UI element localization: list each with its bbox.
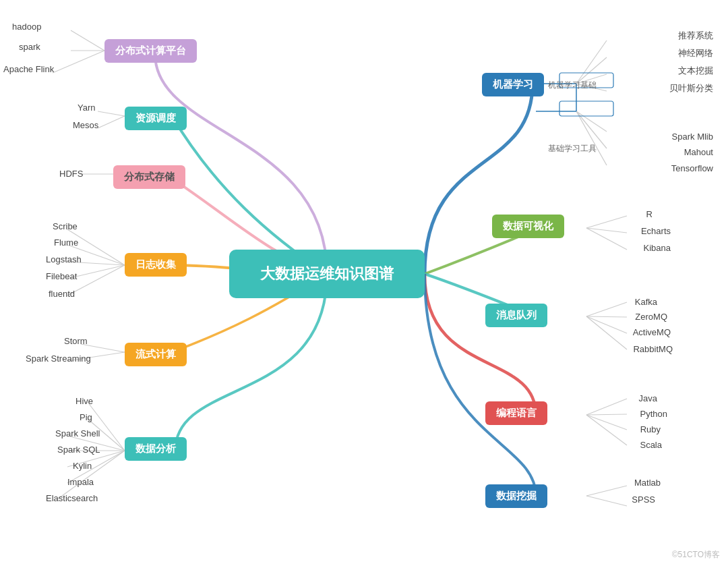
- branch-prog-lang: 编程语言: [485, 401, 547, 425]
- svg-line-39: [586, 415, 627, 430]
- leaf-hive: Hive: [75, 396, 93, 406]
- svg-line-37: [586, 399, 627, 415]
- leaf-r: R: [646, 209, 653, 219]
- branch-log: 日志收集: [125, 253, 187, 277]
- leaf-java: Java: [639, 393, 657, 403]
- leaf-flume: Flume: [54, 237, 78, 248]
- ml-sub-label2: 基础学习工具: [548, 143, 597, 154]
- branch-resource: 资源调度: [125, 107, 187, 130]
- leaf-apache-flink: Apache Flink: [3, 64, 54, 74]
- leaf-rabbitmq: RabbitMQ: [633, 344, 673, 354]
- svg-line-40: [586, 415, 627, 445]
- svg-line-3: [98, 111, 125, 116]
- leaf-python: Python: [640, 409, 667, 419]
- leaf-zeromq: ZeroMQ: [635, 312, 667, 322]
- svg-line-41: [586, 486, 627, 496]
- leaf-echarts: Echarts: [641, 226, 671, 236]
- svg-line-4: [98, 116, 125, 128]
- svg-line-19: [57, 451, 125, 499]
- leaf-bayes: 贝叶斯分类: [669, 82, 713, 94]
- leaf-spss: SPSS: [632, 494, 655, 505]
- branch-machine-learning: 机器学习: [482, 73, 544, 96]
- leaf-hdfs: HDFS: [59, 169, 83, 179]
- leaf-kibana: Kibana: [644, 243, 671, 253]
- svg-line-20: [576, 40, 607, 84]
- leaf-hadoop: hadoop: [12, 22, 41, 32]
- svg-line-31: [586, 228, 627, 233]
- branch-distributed-compute: 分布式计算平台: [104, 39, 197, 63]
- center-label: 大数据运维知识图谱: [260, 264, 394, 284]
- branch-data-analysis: 数据分析: [125, 437, 187, 461]
- leaf-text-mining: 文本挖掘: [678, 65, 713, 77]
- leaf-spark-shell: Spark Shell: [55, 428, 100, 438]
- svg-line-33: [586, 302, 627, 316]
- leaf-pig: Pig: [80, 412, 92, 422]
- leaf-matlab: Matlab: [634, 478, 661, 488]
- branch-stream: 流式计算: [125, 343, 187, 366]
- leaf-spark: spark: [19, 42, 40, 52]
- center-node: 大数据运维知识图谱: [229, 250, 425, 298]
- leaf-yarn: Yarn: [78, 103, 96, 113]
- ml-sub-label1: 机器学习基础: [548, 80, 597, 91]
- svg-line-36: [586, 316, 627, 349]
- leaf-recommend: 推荐系统: [678, 30, 713, 42]
- leaf-spark-mlib: Spark Mlib: [672, 132, 713, 142]
- leaf-ruby: Ruby: [640, 424, 661, 434]
- svg-line-30: [586, 216, 627, 228]
- leaf-kafka: Kafka: [635, 297, 657, 307]
- leaf-kylin: Kylin: [73, 461, 92, 471]
- branch-data-viz: 数据可视化: [492, 215, 564, 238]
- leaf-spark-streaming: Spark Streaming: [26, 353, 91, 364]
- svg-line-11: [81, 344, 125, 352]
- leaf-scribe: Scribe: [53, 221, 78, 231]
- svg-line-0: [71, 30, 104, 51]
- branch-storage: 分布式存储: [113, 165, 185, 189]
- leaf-filebeat: Filebeat: [46, 271, 77, 281]
- branch-message-queue: 消息队列: [485, 304, 547, 327]
- svg-line-38: [586, 414, 627, 415]
- leaf-neural-net: 神经网络: [678, 47, 713, 59]
- svg-line-35: [586, 316, 627, 333]
- leaf-elasticsearch: Elasticsearch: [46, 493, 98, 503]
- branch-data-mining: 数据挖掘: [485, 484, 547, 508]
- leaf-mesos: Mesos: [73, 120, 98, 130]
- leaf-activemq: ActiveMQ: [633, 327, 671, 337]
- watermark: ©51CTO博客: [672, 549, 720, 561]
- svg-line-34: [586, 316, 627, 317]
- leaf-spark-sql: Spark SQL: [57, 445, 100, 455]
- leaf-storm: Storm: [64, 336, 88, 346]
- leaf-fluentd: fluentd: [49, 289, 75, 299]
- svg-line-2: [53, 51, 104, 73]
- leaf-impala: Impala: [67, 477, 94, 487]
- leaf-scala: Scala: [640, 440, 662, 450]
- svg-line-32: [586, 228, 627, 250]
- svg-line-42: [586, 496, 627, 506]
- svg-line-24: [576, 111, 607, 132]
- leaf-mahout: Mahout: [684, 147, 713, 157]
- svg-line-26: [576, 111, 607, 165]
- svg-line-13: [88, 402, 125, 451]
- leaf-logstash: Logstash: [46, 254, 82, 264]
- svg-rect-44: [559, 101, 613, 116]
- leaf-tensorflow: Tensorflow: [671, 163, 713, 173]
